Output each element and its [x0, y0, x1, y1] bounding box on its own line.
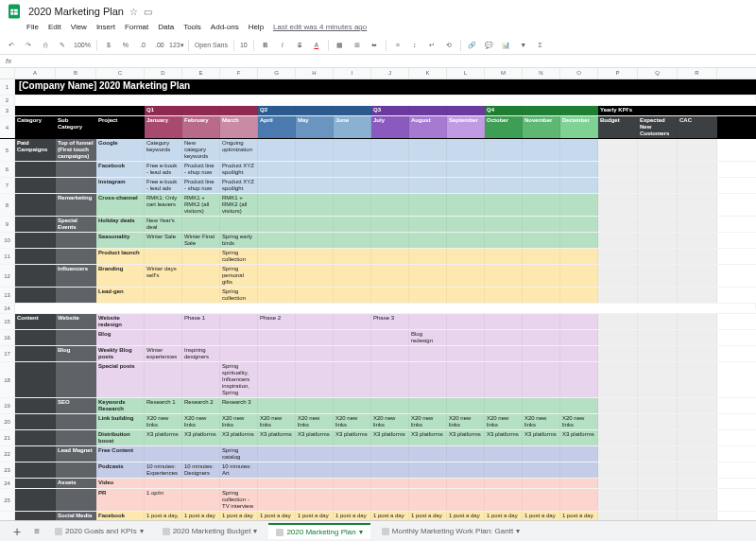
data-cell[interactable]	[296, 346, 334, 361]
data-cell[interactable]: New category keywords	[182, 139, 220, 161]
data-cell[interactable]: X20 new links	[371, 414, 409, 429]
data-cell[interactable]	[485, 462, 523, 478]
data-cell[interactable]	[258, 462, 296, 478]
project-label[interactable]: Special posts	[96, 362, 145, 397]
month-header[interactable]: January	[145, 116, 182, 138]
data-cell[interactable]	[447, 139, 485, 161]
data-cell[interactable]	[447, 194, 485, 216]
data-cell[interactable]	[371, 479, 409, 488]
data-cell[interactable]	[258, 194, 296, 216]
tab-dropdown-icon[interactable]: ▾	[253, 527, 257, 535]
folder-icon[interactable]: ▭	[144, 7, 152, 17]
subcategory-label[interactable]: Influencers	[56, 265, 96, 287]
data-cell[interactable]	[220, 330, 258, 345]
data-cell[interactable]	[182, 288, 220, 303]
cell[interactable]	[678, 139, 717, 161]
data-cell[interactable]	[371, 288, 409, 303]
data-cell[interactable]: Winter Final Sale	[182, 233, 220, 248]
category-label[interactable]	[15, 362, 56, 397]
cell[interactable]	[598, 288, 638, 303]
cell[interactable]	[638, 346, 678, 361]
subcategory-label[interactable]: Special Events	[56, 217, 96, 232]
subcategory-label[interactable]: Blog	[56, 346, 96, 361]
data-cell[interactable]: Spring collection	[220, 288, 258, 303]
percent-icon[interactable]: %	[120, 40, 131, 51]
data-cell[interactable]	[523, 398, 560, 413]
category-label[interactable]	[15, 414, 56, 429]
data-cell[interactable]	[296, 362, 334, 397]
data-cell[interactable]	[334, 233, 371, 248]
cell[interactable]	[598, 430, 638, 445]
functions-icon[interactable]: Σ	[535, 40, 546, 51]
data-cell[interactable]	[371, 446, 409, 462]
data-cell[interactable]	[182, 479, 220, 488]
data-cell[interactable]	[560, 233, 598, 248]
data-cell[interactable]	[371, 265, 409, 287]
link-icon[interactable]: 🔗	[467, 40, 478, 51]
data-cell[interactable]	[523, 314, 560, 329]
yearly-header[interactable]: Yearly KPI's	[598, 106, 638, 115]
data-cell[interactable]: Free e-book - lead ads	[145, 162, 182, 177]
data-cell[interactable]	[296, 398, 334, 413]
data-cell[interactable]	[523, 479, 560, 488]
col-header[interactable]: H	[296, 68, 334, 79]
cell[interactable]	[638, 217, 678, 232]
category-label[interactable]	[15, 346, 56, 361]
quarter-header[interactable]: Q3	[371, 106, 409, 115]
wrap-icon[interactable]: ↵	[426, 40, 438, 51]
data-cell[interactable]	[523, 489, 560, 511]
data-cell[interactable]	[560, 330, 598, 345]
data-cell[interactable]	[485, 265, 523, 287]
merge-icon[interactable]: ⬌	[369, 40, 380, 51]
row-number[interactable]: 3	[0, 106, 15, 115]
col-header[interactable]: N	[523, 68, 560, 79]
cat-header[interactable]: Category	[15, 116, 56, 138]
star-icon[interactable]: ☆	[129, 7, 138, 17]
last-edit[interactable]: Last edit was 4 minutes ago	[273, 23, 367, 36]
bold-icon[interactable]: B	[260, 40, 271, 51]
cell[interactable]	[638, 489, 678, 511]
data-cell[interactable]: RMK1 + RMK2 (all visitors)	[182, 194, 220, 216]
valign-icon[interactable]: ↕	[409, 40, 421, 51]
data-cell[interactable]: RMK1 + RMK2 (all visitors)	[220, 194, 258, 216]
subcategory-label[interactable]	[56, 178, 96, 193]
data-cell[interactable]	[296, 314, 334, 329]
sheet-grid[interactable]: 1[Company Name] 2020 Marketing Plan23Q1Q…	[0, 79, 756, 533]
month-header[interactable]: November	[523, 116, 560, 138]
row-number[interactable]: 20	[0, 414, 15, 429]
data-cell[interactable]	[409, 462, 447, 478]
data-cell[interactable]	[560, 314, 598, 329]
category-label[interactable]: Content	[15, 314, 56, 329]
data-cell[interactable]	[296, 139, 334, 161]
category-label[interactable]	[15, 462, 56, 478]
subcategory-label[interactable]	[56, 233, 96, 248]
project-label[interactable]: Free Content	[96, 446, 145, 462]
doc-title[interactable]: 2020 Marketing Plan	[28, 6, 124, 17]
data-cell[interactable]	[560, 139, 598, 161]
data-cell[interactable]	[371, 346, 409, 361]
col-header[interactable]: B	[56, 68, 96, 79]
row-number[interactable]: 9	[0, 217, 15, 232]
data-cell[interactable]	[371, 330, 409, 345]
data-cell[interactable]	[409, 288, 447, 303]
data-cell[interactable]	[447, 217, 485, 232]
col-header[interactable]: K	[409, 68, 447, 79]
data-cell[interactable]: Spring collection	[220, 249, 258, 264]
month-header[interactable]: September	[447, 116, 485, 138]
strike-icon[interactable]: S̶	[294, 40, 305, 51]
cell[interactable]	[598, 398, 638, 413]
data-cell[interactable]: Spring catalog	[220, 446, 258, 462]
tab-dropdown-icon[interactable]: ▾	[359, 528, 363, 536]
data-cell[interactable]	[258, 288, 296, 303]
data-cell[interactable]	[560, 265, 598, 287]
data-cell[interactable]: Inspiring designers	[182, 346, 220, 361]
project-label[interactable]: Instagram	[96, 178, 145, 193]
data-cell[interactable]	[485, 249, 523, 264]
cell[interactable]	[638, 446, 678, 462]
filter-icon[interactable]: ▼	[518, 40, 529, 51]
quarter-header[interactable]: Q2	[258, 106, 296, 115]
data-cell[interactable]	[409, 178, 447, 193]
data-cell[interactable]	[485, 217, 523, 232]
data-cell[interactable]: X20 new links	[447, 414, 485, 429]
menu-insert[interactable]: Insert	[96, 23, 115, 36]
